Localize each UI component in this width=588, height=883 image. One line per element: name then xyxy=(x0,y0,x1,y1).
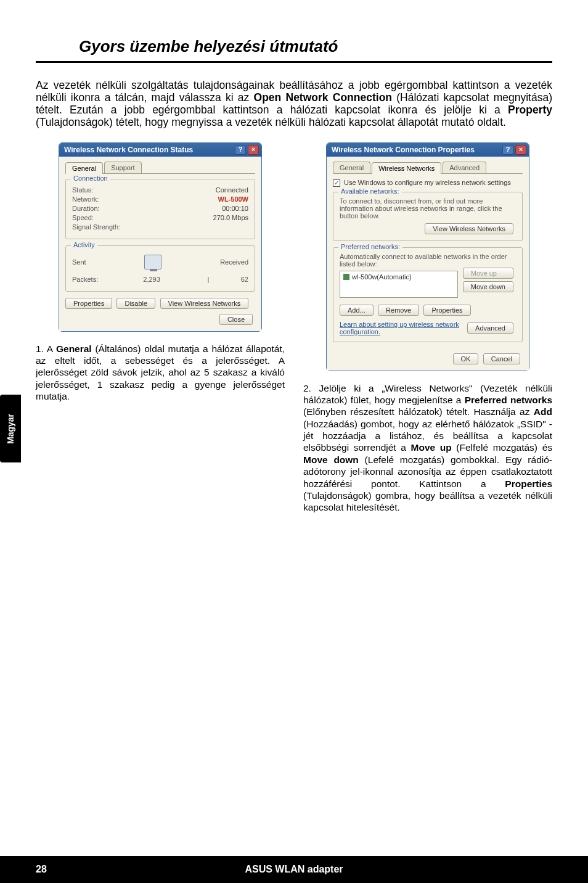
use-windows-checkbox[interactable]: ✓ Use Windows to configure my wireless n… xyxy=(333,179,523,187)
move-up-button[interactable]: Move up xyxy=(463,268,513,279)
footer-product: ASUS WLAN adapter xyxy=(73,864,515,875)
intro-paragraph: Az vezeték nélküli szolgáltatás tulajdon… xyxy=(36,79,552,129)
available-desc: To connect to, disconnect from, or find … xyxy=(340,197,516,220)
preferred-desc: Automatically connect to available netwo… xyxy=(340,253,516,268)
duration-label: Duration: xyxy=(72,205,100,212)
caption-num: 2. xyxy=(303,383,319,393)
speed-value: 270.0 Mbps xyxy=(213,214,248,221)
side-language-tab: Magyar xyxy=(0,395,21,462)
list-item[interactable]: wl-500w(Automatic) xyxy=(343,273,454,281)
advanced-button[interactable]: Advanced xyxy=(467,322,513,334)
caption-1: 1. A General (Általános) oldal mutatja a… xyxy=(36,343,285,403)
caption-text: (Előnyben részesített hálózatok) tételt.… xyxy=(303,406,534,417)
caption-bold: Add xyxy=(534,406,552,417)
checkbox-label: Use Windows to configure my wireless net… xyxy=(344,179,511,186)
packets-sent-value: 2,293 xyxy=(98,276,205,283)
caption-bold: Move up xyxy=(411,442,452,453)
group-preferred-label: Preferred networks: xyxy=(338,243,402,250)
ok-button[interactable]: OK xyxy=(453,353,479,364)
caption-text: (Felfelé mozgatás) és xyxy=(452,442,552,453)
sent-label: Sent xyxy=(72,258,86,266)
list-item-label: wl-500w(Automatic) xyxy=(352,273,412,281)
packets-recv-value: 62 xyxy=(211,276,248,283)
caption-2: 2. Jelölje ki a „Wireless Networks" (Vez… xyxy=(303,382,552,514)
add-button[interactable]: Add... xyxy=(340,305,374,316)
dialog-title: Wireless Network Connection Properties xyxy=(332,146,475,154)
intro-bold-1: Open Network Connection xyxy=(254,91,392,104)
caption-text: (Tulajdonságok) gombra, hogy beállítsa a… xyxy=(303,490,552,512)
tab-general[interactable]: General xyxy=(65,162,103,174)
group-available-label: Available networks: xyxy=(338,187,402,195)
title-rule xyxy=(36,61,552,63)
caption-bold: Move down xyxy=(303,454,359,465)
page-number: 28 xyxy=(36,864,73,875)
group-connection-label: Connection xyxy=(71,175,110,182)
access-point-icon xyxy=(343,274,349,280)
close-button[interactable]: Close xyxy=(219,314,253,325)
signal-label: Signal Strength: xyxy=(72,223,120,231)
close-icon[interactable]: × xyxy=(248,145,259,155)
received-label: Received xyxy=(220,258,248,266)
cancel-button[interactable]: Cancel xyxy=(483,353,520,364)
monitor-icon xyxy=(144,255,161,269)
network-value: WL-500W xyxy=(218,195,249,203)
network-label: Network: xyxy=(72,195,99,203)
properties-dialog: Wireless Network Connection Properties ?… xyxy=(326,142,529,371)
status-dialog: Wireless Network Connection Status ? × G… xyxy=(59,142,262,332)
tab-advanced[interactable]: Advanced xyxy=(443,162,486,173)
duration-value: 00:00:10 xyxy=(222,205,248,212)
remove-button[interactable]: Remove xyxy=(378,305,419,316)
tab-general[interactable]: General xyxy=(333,162,370,173)
tab-support[interactable]: Support xyxy=(104,162,142,173)
help-icon[interactable]: ? xyxy=(235,145,246,155)
page-footer: 28 ASUS WLAN adapter xyxy=(0,856,588,883)
checkbox-icon: ✓ xyxy=(333,179,340,187)
view-networks-button[interactable]: View Wireless Networks xyxy=(160,298,249,309)
move-down-button[interactable]: Move down xyxy=(463,281,513,292)
speed-label: Speed: xyxy=(72,214,94,221)
caption-bold: General xyxy=(56,343,92,354)
disable-button[interactable]: Disable xyxy=(116,298,155,309)
page-title: Gyors üzembe helyezési útmutató xyxy=(79,37,552,56)
close-icon[interactable]: × xyxy=(515,145,526,155)
intro-text: (Tulajdonságok) tételt, hogy megnyissa a… xyxy=(36,116,506,128)
caption-num: 1. xyxy=(36,343,47,354)
dialog-title: Wireless Network Connection Status xyxy=(64,146,193,154)
tab-wireless-networks[interactable]: Wireless Networks xyxy=(372,162,441,174)
group-activity-label: Activity xyxy=(71,241,97,248)
preferred-listbox[interactable]: wl-500w(Automatic) xyxy=(340,271,458,298)
view-networks-button[interactable]: View Wireless Networks xyxy=(425,223,513,234)
properties-button[interactable]: Properties xyxy=(423,305,470,316)
properties-button[interactable]: Properties xyxy=(65,298,112,309)
learn-link[interactable]: Learn about setting up wireless network … xyxy=(340,321,462,335)
packets-label: Packets: xyxy=(72,276,98,283)
intro-bold-2: Property xyxy=(508,104,552,116)
caption-bold: Preferred networks xyxy=(465,395,552,405)
status-label: Status: xyxy=(72,186,93,194)
help-icon[interactable]: ? xyxy=(502,145,513,155)
caption-bold: Properties xyxy=(505,478,552,489)
caption-text: A xyxy=(47,343,56,354)
status-value: Connected xyxy=(216,186,248,194)
